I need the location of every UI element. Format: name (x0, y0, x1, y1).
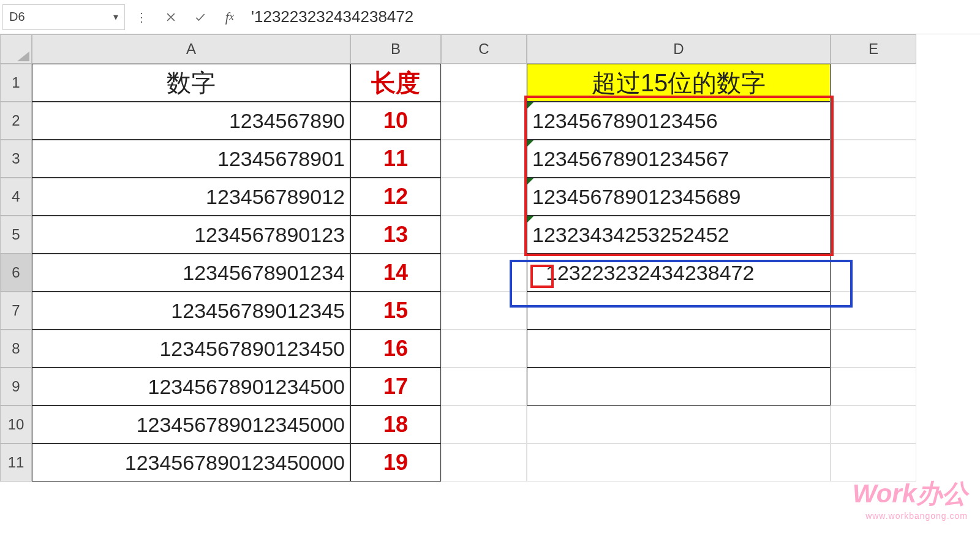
row-header-5[interactable]: 5 (0, 216, 32, 254)
row-header-11[interactable]: 11 (0, 444, 32, 482)
cell-C6[interactable] (441, 254, 527, 292)
select-all-corner[interactable] (0, 34, 32, 64)
col-header-A[interactable]: A (32, 34, 350, 64)
cell-C2[interactable] (441, 102, 527, 140)
cell-B9[interactable]: 17 (350, 368, 441, 406)
formula-input[interactable]: '123223232434238472 (246, 4, 978, 30)
cell-D8[interactable] (527, 330, 831, 368)
cell-D1[interactable]: 超过15位的数字 (527, 64, 831, 102)
cell-C9[interactable] (441, 368, 527, 406)
cell-C11[interactable] (441, 444, 527, 482)
cell-E8[interactable] (831, 330, 916, 368)
row-header-7[interactable]: 7 (0, 292, 32, 330)
cell-E10[interactable] (831, 406, 916, 444)
cell-D10[interactable] (527, 406, 831, 444)
col-header-B[interactable]: B (350, 34, 441, 64)
cell-C4[interactable] (441, 178, 527, 216)
cell-E1[interactable] (831, 64, 916, 102)
row-header-6[interactable]: 6 (0, 254, 32, 292)
row-header-8[interactable]: 8 (0, 330, 32, 368)
spreadsheet-grid: A B C D E 1 数字 长度 超过15位的数字 2 1234567890 … (0, 34, 980, 482)
cell-C10[interactable] (441, 406, 527, 444)
cell-E3[interactable] (831, 140, 916, 178)
row-header-4[interactable]: 4 (0, 178, 32, 216)
col-header-E[interactable]: E (831, 34, 916, 64)
cell-B6[interactable]: 14 (350, 254, 441, 292)
cell-E2[interactable] (831, 102, 916, 140)
col-header-C[interactable]: C (441, 34, 527, 64)
cell-B8[interactable]: 16 (350, 330, 441, 368)
cell-E9[interactable] (831, 368, 916, 406)
cell-B11[interactable]: 19 (350, 444, 441, 482)
cancel-icon[interactable] (158, 4, 184, 30)
cell-A3[interactable]: 12345678901 (32, 140, 350, 178)
watermark: Work办公 www.workbangong.com (853, 477, 968, 521)
cell-D7[interactable] (527, 292, 831, 330)
cell-E11[interactable] (831, 444, 916, 482)
cell-A7[interactable]: 123456789012345 (32, 292, 350, 330)
cell-D3[interactable]: 12345678901234567 (527, 140, 831, 178)
col-header-D[interactable]: D (527, 34, 831, 64)
expand-icon[interactable]: ⋮ (129, 4, 154, 30)
cell-D6[interactable]: 123223232434238472 (527, 254, 831, 292)
confirm-icon[interactable] (187, 4, 213, 30)
cell-A11[interactable]: 1234567890123450000 (32, 444, 350, 482)
cell-A10[interactable]: 123456789012345000 (32, 406, 350, 444)
cell-A4[interactable]: 123456789012 (32, 178, 350, 216)
cell-C3[interactable] (441, 140, 527, 178)
cell-A8[interactable]: 1234567890123450 (32, 330, 350, 368)
row-header-2[interactable]: 2 (0, 102, 32, 140)
row-header-9[interactable]: 9 (0, 368, 32, 406)
cell-A2[interactable]: 1234567890 (32, 102, 350, 140)
row-header-1[interactable]: 1 (0, 64, 32, 102)
cell-C5[interactable] (441, 216, 527, 254)
cell-A6[interactable]: 12345678901234 (32, 254, 350, 292)
cell-A5[interactable]: 1234567890123 (32, 216, 350, 254)
cell-E6[interactable] (831, 254, 916, 292)
cell-C7[interactable] (441, 292, 527, 330)
cell-D4[interactable]: 123456789012345689 (527, 178, 831, 216)
cell-E7[interactable] (831, 292, 916, 330)
cell-B4[interactable]: 12 (350, 178, 441, 216)
watermark-brand: Work办公 (853, 477, 968, 511)
name-box[interactable]: D6 ▾ (2, 4, 125, 30)
fx-icon[interactable]: fx (217, 4, 243, 30)
cell-B2[interactable]: 10 (350, 102, 441, 140)
cell-B1[interactable]: 长度 (350, 64, 441, 102)
cell-C8[interactable] (441, 330, 527, 368)
cell-D11[interactable] (527, 444, 831, 482)
row-header-3[interactable]: 3 (0, 140, 32, 178)
cell-C1[interactable] (441, 64, 527, 102)
cell-D9[interactable] (527, 368, 831, 406)
cell-B5[interactable]: 13 (350, 216, 441, 254)
cell-B10[interactable]: 18 (350, 406, 441, 444)
cell-B7[interactable]: 15 (350, 292, 441, 330)
cell-A1[interactable]: 数字 (32, 64, 350, 102)
cell-E5[interactable] (831, 216, 916, 254)
cell-A9[interactable]: 12345678901234500 (32, 368, 350, 406)
cell-B3[interactable]: 11 (350, 140, 441, 178)
formula-bar: D6 ▾ ⋮ fx '123223232434238472 (0, 0, 980, 34)
watermark-url: www.workbangong.com (853, 511, 968, 521)
name-box-value: D6 (9, 10, 25, 24)
cell-E4[interactable] (831, 178, 916, 216)
dropdown-icon[interactable]: ▾ (113, 11, 118, 23)
cell-D5[interactable]: 12323434253252452 (527, 216, 831, 254)
cell-D2[interactable]: 1234567890123456 (527, 102, 831, 140)
row-header-10[interactable]: 10 (0, 406, 32, 444)
formula-text: '123223232434238472 (251, 7, 413, 26)
